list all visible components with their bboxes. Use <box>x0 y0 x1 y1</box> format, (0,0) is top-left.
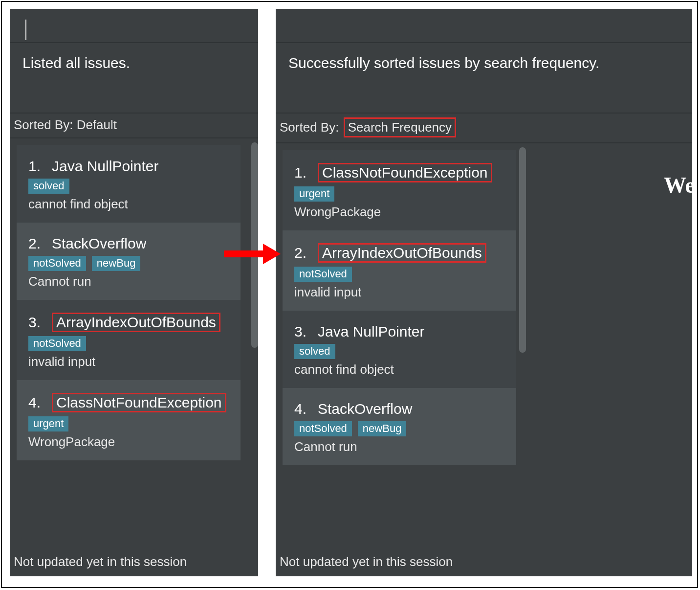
sorted-by-label: Sorted By: <box>280 120 343 135</box>
partial-heading-text: We <box>664 172 695 198</box>
issue-card[interactable]: 3.Java NullPointersolvedcannot find obje… <box>283 311 516 388</box>
issue-title: ArrayIndexOutOfBounds <box>318 243 486 263</box>
issue-tags: solved <box>294 344 506 359</box>
issue-index: 1. <box>28 158 45 175</box>
tag: notSolved <box>294 421 352 436</box>
issue-tags: notSolved <box>28 336 231 351</box>
tag: urgent <box>294 186 334 202</box>
issue-index: 3. <box>294 323 311 340</box>
issue-index: 2. <box>28 235 45 252</box>
tag: newBug <box>358 421 407 436</box>
issue-description: invalid input <box>28 354 231 369</box>
issue-card[interactable]: 1.Java NullPointersolvedcannot find obje… <box>17 145 241 223</box>
command-input-bar[interactable] <box>276 9 692 43</box>
issue-title: ClassNotFoundException <box>52 393 226 412</box>
issue-title: ArrayIndexOutOfBounds <box>52 313 220 332</box>
issue-description: invalid input <box>294 285 506 300</box>
issue-description: WrongPackage <box>294 204 506 220</box>
command-input-bar[interactable] <box>10 9 258 43</box>
issue-index: 4. <box>28 394 45 411</box>
issue-title: StackOverflow <box>318 401 412 417</box>
issue-tags: solved <box>28 179 231 194</box>
sorted-by-row: Sorted By: Default <box>10 113 258 138</box>
issue-index: 2. <box>294 245 311 261</box>
issue-index: 3. <box>28 314 45 331</box>
tag: notSolved <box>294 267 352 282</box>
issue-index: 4. <box>294 401 311 417</box>
issue-description: Cannot run <box>28 274 231 289</box>
panel-after: Successfully sorted issues by search fre… <box>276 9 692 576</box>
tag: solved <box>28 179 69 194</box>
issue-description: cannot find object <box>294 362 506 377</box>
sorted-by-value: Search Frequency <box>344 117 456 137</box>
issue-description: Cannot run <box>294 439 506 454</box>
scrollbar[interactable] <box>519 147 526 353</box>
issue-tags: notSolvednewBug <box>294 421 506 436</box>
comparison-canvas: Listed all issues. Sorted By: Default 1.… <box>1 1 698 588</box>
tag: urgent <box>28 416 68 431</box>
status-message: Successfully sorted issues by search fre… <box>276 43 692 113</box>
issue-card[interactable]: 4.ClassNotFoundExceptionurgentWrongPacka… <box>17 380 241 460</box>
text-cursor <box>25 20 26 40</box>
issue-card[interactable]: 2.ArrayIndexOutOfBoundsnotSolvedinvalid … <box>283 230 516 311</box>
scrollbar[interactable] <box>251 142 258 348</box>
tag: notSolved <box>28 256 86 271</box>
status-message: Listed all issues. <box>10 43 258 113</box>
issue-tags: urgent <box>28 416 231 431</box>
issue-tags: notSolved <box>294 267 506 282</box>
issue-title: Java NullPointer <box>52 158 158 175</box>
issue-card[interactable]: 2.StackOverflownotSolvednewBugCannot run <box>17 223 241 300</box>
tag: solved <box>294 344 335 359</box>
issue-description: cannot find object <box>28 197 231 212</box>
issue-title: StackOverflow <box>52 235 146 252</box>
footer-status: Not updated yet in this session <box>14 554 187 569</box>
tag: newBug <box>92 256 141 271</box>
issue-card[interactable]: 3.ArrayIndexOutOfBoundsnotSolvedinvalid … <box>17 300 241 380</box>
issue-title: Java NullPointer <box>318 323 424 340</box>
issue-description: WrongPackage <box>28 434 231 450</box>
issue-index: 1. <box>294 164 311 181</box>
sorted-by-row: Sorted By: Search Frequency <box>276 113 692 143</box>
panel-before: Listed all issues. Sorted By: Default 1.… <box>10 9 258 576</box>
issue-title: ClassNotFoundException <box>318 163 492 182</box>
issue-tags: urgent <box>294 186 506 202</box>
issue-list: 1.ClassNotFoundExceptionurgentWrongPacka… <box>276 143 692 472</box>
issue-card[interactable]: 4.StackOverflownotSolvednewBugCannot run <box>283 388 516 465</box>
footer-status: Not updated yet in this session <box>280 554 453 569</box>
issue-card[interactable]: 1.ClassNotFoundExceptionurgentWrongPacka… <box>283 150 516 230</box>
sorted-by-label: Sorted By: <box>14 117 77 132</box>
issue-list: 1.Java NullPointersolvedcannot find obje… <box>10 138 258 467</box>
issue-tags: notSolvednewBug <box>28 256 231 271</box>
tag: notSolved <box>28 336 86 351</box>
sorted-by-value: Default <box>77 117 117 132</box>
